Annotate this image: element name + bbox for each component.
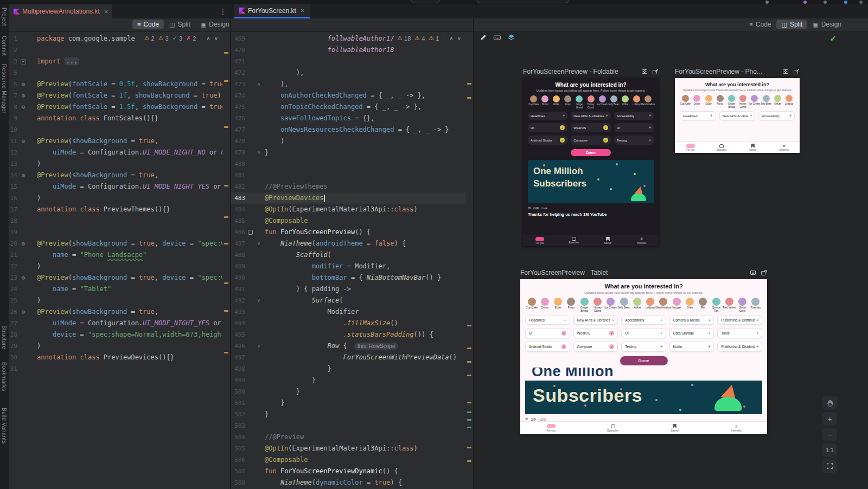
code-line[interactable]: 24 name = "Tablet" [9,284,230,295]
code-line[interactable]: 480 [231,158,473,170]
fold-collapse-icon[interactable]: ∨ [255,340,263,352]
sidebar-item-build-variants[interactable]: Build Variants [1,408,7,444]
screenshot-icon[interactable] [782,68,789,75]
sidebar-item-resource-manager[interactable]: Resource Manager [1,64,7,113]
preview-annotation-gutter-icon[interactable]: ⚙ [17,101,29,113]
pane-divider[interactable] [473,18,474,489]
zoom-actual-size-button[interactable]: 1:1 [822,443,837,457]
titlebar-button[interactable] [411,0,440,3]
topic-chip[interactable]: New APIs & Libraries+ [571,112,610,120]
topic-chip[interactable]: Testing+ [614,136,654,145]
code-line[interactable]: 9annotation class FontScales(){} [9,113,230,124]
nav-item-for-you[interactable]: For you [675,144,706,151]
author-item[interactable]: KitKat [620,95,631,108]
code-line[interactable]: 12 uiMode = Configuration.UI_MODE_NIGHT_… [9,147,230,158]
error-stripe[interactable] [222,32,230,489]
stripe-mark[interactable] [467,97,471,99]
code-line[interactable]: 31 [9,363,230,375]
split-view-button[interactable]: ◫Split [164,20,195,29]
stripe-mark[interactable] [224,52,228,54]
design-view-button[interactable]: ▣Design [196,20,234,29]
code-line[interactable]: 20⚙@Preview(showBackground = true, devic… [9,238,230,249]
topic-chip[interactable]: WearOS✓ [573,328,618,338]
code-line[interactable]: 489 modifier = Modifier, [231,261,473,272]
code-line[interactable]: 8⚙@Preview(fontScale = 1.5f, showBackgro… [9,101,230,113]
layers-icon[interactable] [507,34,515,41]
inspection-warning-count[interactable]: ⚠18 [397,35,411,42]
code-line[interactable]: 481 [231,170,473,181]
code-line[interactable]: 17annotation class PreviewThemes(){} [9,204,230,215]
stripe-mark[interactable] [467,460,471,462]
code-line[interactable]: 488 Scaffold( [231,249,473,261]
author-item[interactable]: Froyo [565,298,578,312]
code-line[interactable]: 506@Composable [231,454,473,466]
hardware-input-icon[interactable] [493,34,501,41]
code-line[interactable]: 495 .statusBarsPadding()) { [231,329,473,340]
code-line[interactable]: 26⚙@Preview(showBackground = true, [9,306,230,318]
code-line[interactable]: 27 uiMode = Configuration.UI_MODE_NIGHT_… [9,318,230,329]
code-line[interactable]: 22) [9,261,230,272]
code-line[interactable]: 471 [231,56,473,67]
code-line[interactable]: 29) [9,340,230,352]
stripe-mark[interactable] [467,419,471,421]
topic-chip[interactable]: UI+ [614,123,654,132]
fold-collapse-icon[interactable]: ∨ [255,295,263,306]
sidebar-item-commit[interactable]: Commit [1,36,7,56]
fold-toggle-icon[interactable]: − [17,56,29,67]
topic-chip[interactable]: Testing+ [621,342,666,352]
author-item[interactable]: Honey Comb [737,95,749,108]
open-in-new-window-icon[interactable] [761,269,767,276]
topic-chip[interactable]: Headlines+ [525,316,570,325]
code-line[interactable]: 504//@Preview [231,432,473,443]
author-item[interactable]: Ginger Bread [578,298,591,312]
code-line[interactable]: 484@OptIn(ExperimentalMaterial3Api::clas… [231,204,473,215]
author-item[interactable]: KitKat [630,298,643,312]
topic-chip[interactable]: Publishing & Distribution+ [717,316,762,325]
author-item[interactable]: Nougat [670,298,683,312]
code-line[interactable]: 502} [231,409,473,420]
nav-item-interests[interactable]: #Interests [769,144,800,151]
author-item[interactable]: Ice Cream [749,95,760,108]
author-item[interactable]: Quince Tart [710,298,723,312]
author-item[interactable]: Jelly Bean [760,95,771,108]
stripe-mark[interactable] [467,83,471,85]
stripe-mark[interactable] [224,310,228,312]
code-line[interactable]: 475 onTopicCheckedChanged = { _, _ -> }, [231,101,473,113]
compose-preview-gutter-icon[interactable] [245,227,255,238]
design-preview-surface[interactable]: ✓ ForYouScreenPreview - Foldable ForYouS… [474,32,868,489]
stripe-mark[interactable] [224,352,228,353]
open-in-new-window-icon[interactable] [652,68,659,75]
more-options-icon[interactable]: ⋮ [219,7,227,16]
fold-expand-icon[interactable]: ∧ [255,147,263,158]
author-item[interactable]: Eclair [703,95,714,108]
stripe-mark[interactable] [467,402,471,403]
author-item[interactable]: Ginger Bread [573,95,585,108]
code-line[interactable]: 493 Modifier [231,306,473,318]
code-line[interactable]: 490 bottomBar = { NiaBottomNavBar() } [231,272,473,284]
author-item[interactable]: Honey Comb [591,298,604,312]
code-line[interactable]: 498 } [231,363,473,375]
code-line[interactable]: 28 device = "spec:shape=Normal,width=673… [9,329,230,340]
code-line[interactable]: 486fun ForYouScreenPreview() { [231,227,473,238]
stripe-mark[interactable] [224,80,228,82]
topic-chip[interactable]: Headlines+ [528,112,567,120]
zoom-to-fit-button[interactable] [822,459,837,473]
author-item[interactable]: KitKat [772,95,783,108]
code-line[interactable]: 505@OptIn(ExperimentalMaterial3Api::clas… [231,443,473,454]
code-line[interactable]: 23⚙@Preview(showBackground = true, devic… [9,272,230,284]
author-item[interactable]: Donut [691,95,703,108]
topic-chip[interactable]: UI✓ [525,328,570,338]
topic-chip[interactable]: Camera & Media+ [669,316,714,325]
code-line[interactable]: 492∨ Surface( [231,295,473,306]
stripe-mark[interactable] [467,427,471,428]
code-line[interactable]: 494 .fillMaxSize() [231,318,473,329]
stripe-mark[interactable] [224,185,228,186]
pane-divider[interactable] [230,4,231,489]
code-line[interactable]: 2 [9,44,230,56]
code-line[interactable]: 496∨ Row { this: RowScope [231,340,473,352]
author-item[interactable]: Ice Cream [597,95,608,108]
stripe-mark[interactable] [224,216,228,218]
stripe-mark[interactable] [467,447,471,448]
author-item[interactable]: Donut [538,298,551,312]
topic-chip[interactable]: Publishing & Distribution+ [717,342,762,352]
